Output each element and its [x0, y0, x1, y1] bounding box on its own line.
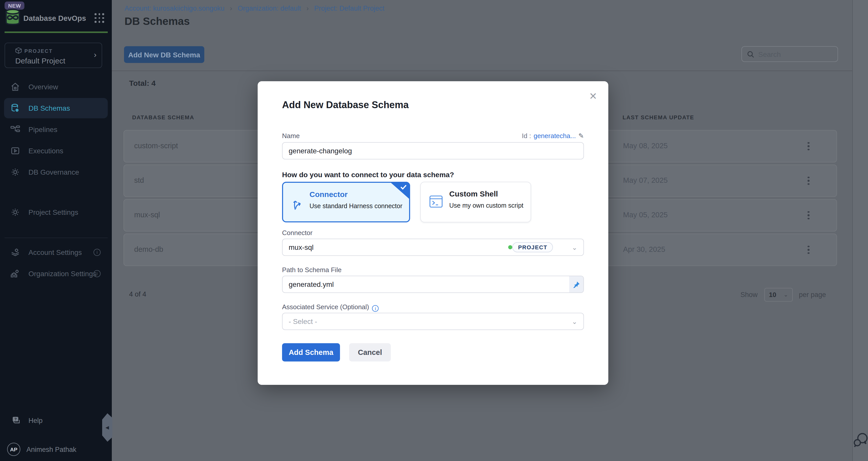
executions-icon — [10, 146, 20, 156]
selected-corner-ribbon — [390, 182, 410, 202]
page-size-value: 10 — [769, 291, 776, 299]
option-title: Custom Shell — [449, 189, 498, 198]
breadcrumb-separator-icon: › — [306, 5, 309, 12]
connector-arrows-icon — [291, 195, 304, 211]
sidebar-item-label: Executions — [28, 147, 63, 155]
help-chat-icon: ? — [11, 415, 21, 425]
search-input[interactable] — [758, 50, 829, 58]
option-desc: Use my own custom script — [449, 202, 523, 209]
help-button[interactable]: ? Help — [0, 411, 112, 430]
schema-name: custom-script — [134, 142, 178, 150]
breadcrumb-separator-icon: › — [230, 5, 232, 12]
screen: NEW Database DevOps PROJECT Default Proj… — [0, 0, 868, 461]
page-title: DB Schemas — [125, 15, 190, 27]
show-label: Show — [740, 291, 758, 299]
account-settings-icon — [10, 247, 20, 257]
id-label: Id : — [522, 132, 531, 140]
pipelines-icon — [10, 124, 20, 135]
schema-updated: May 07, 2025 — [623, 176, 668, 184]
row-menu-kebab-icon[interactable] — [803, 139, 814, 153]
breadcrumb-organization-link[interactable]: Organization: default — [238, 5, 301, 12]
add-schema-button[interactable]: Add Schema — [282, 343, 340, 361]
path-input[interactable] — [282, 276, 584, 293]
sidebar-item-project-settings[interactable]: Project Settings — [4, 202, 108, 222]
user-name: Animesh Pathak — [26, 446, 76, 453]
sidebar-item-label: DB Schemas — [28, 104, 70, 112]
sidebar-item-db-schemas[interactable]: DB Schemas — [4, 98, 108, 118]
sidebar-item-pipelines[interactable]: Pipelines — [4, 119, 108, 140]
support-chat-icon[interactable] — [852, 432, 868, 449]
sidebar-item-organization-settings[interactable]: Organization Settings i — [4, 264, 108, 284]
row-menu-kebab-icon[interactable] — [803, 174, 814, 188]
pagination-range: 4 of 4 — [129, 290, 146, 298]
sidebar-item-db-governance[interactable]: DB Governance — [4, 162, 108, 182]
id-value-link[interactable]: generatecha... — [534, 132, 576, 140]
project-label: PROJECT — [24, 48, 53, 54]
page-size-select[interactable]: 10 ⌄ — [764, 288, 793, 302]
pin-button[interactable] — [569, 276, 583, 292]
option-card-custom-shell[interactable]: Custom Shell Use my own custom script — [420, 182, 531, 222]
organization-settings-icon — [10, 269, 20, 279]
home-icon — [10, 82, 20, 92]
sidebar-item-label: Overview — [28, 83, 58, 91]
chevron-right-icon: › — [94, 50, 97, 59]
project-selector[interactable]: PROJECT Default Project › — [5, 43, 102, 68]
row-menu-kebab-icon[interactable] — [803, 243, 814, 257]
sidebar-item-label: Account Settings — [28, 248, 82, 256]
schema-updated: Apr 30, 2025 — [623, 245, 665, 253]
info-icon[interactable]: i — [94, 249, 101, 256]
total-count: Total: 4 — [129, 79, 156, 87]
cancel-button[interactable]: Cancel — [349, 343, 391, 361]
schema-updated: May 08, 2025 — [623, 142, 668, 150]
check-icon — [400, 185, 407, 190]
close-icon[interactable]: ✕ — [589, 90, 597, 102]
row-menu-kebab-icon[interactable] — [803, 208, 814, 222]
database-devops-logo-icon — [5, 9, 21, 25]
sidebar-item-account-settings[interactable]: Account Settings i — [4, 242, 108, 262]
service-label: Associated Service (Optional)i — [282, 303, 379, 312]
search-box — [741, 46, 838, 62]
entity-id-row: Id : generatecha... ✎ — [522, 132, 584, 140]
schema-name: demo-db — [134, 245, 163, 253]
name-label: Name — [282, 132, 300, 140]
app-title: Database DevOps — [23, 14, 86, 22]
info-icon[interactable]: i — [372, 305, 379, 312]
associated-service-select[interactable]: - Select - ⌄ — [282, 313, 584, 330]
option-card-connector[interactable]: Connector Use standard Harness connector — [282, 182, 410, 222]
collapse-arrow-icon: ◀ — [105, 425, 109, 430]
sidebar: NEW Database DevOps PROJECT Default Proj… — [0, 0, 112, 461]
sidebar-item-overview[interactable]: Overview — [4, 77, 108, 97]
name-input[interactable] — [282, 142, 584, 159]
add-schema-modal: ✕ Add New Database Schema Name Id : gene… — [258, 81, 608, 385]
module-grid-icon[interactable] — [95, 13, 105, 23]
edit-id-pencil-icon[interactable]: ✎ — [578, 132, 584, 140]
service-label-text: Associated Service (Optional) — [282, 303, 369, 311]
governance-gear-icon — [10, 167, 20, 177]
chevron-down-icon: ⌄ — [784, 291, 788, 298]
search-icon — [747, 51, 754, 58]
sidebar-item-label: DB Governance — [28, 168, 79, 176]
sidebar-item-label: Organization Settings — [28, 270, 97, 278]
right-utility-strip — [852, 0, 868, 461]
per-page-label: per page — [799, 291, 826, 299]
breadcrumb: Account: kurosakiichigo.songoku › Organi… — [125, 5, 384, 12]
db-schema-icon — [10, 103, 20, 113]
connector-label: Connector — [282, 229, 313, 237]
cube-icon — [15, 47, 22, 54]
option-title: Connector — [309, 190, 348, 199]
add-new-db-schema-button[interactable]: Add New DB Schema — [124, 46, 204, 63]
connector-status-dot — [508, 245, 512, 249]
column-header-last-schema-update: LAST SCHEMA UPDATE — [623, 114, 694, 120]
info-icon[interactable]: i — [94, 270, 101, 277]
path-label: Path to Schema File — [282, 266, 342, 274]
pin-icon — [572, 281, 580, 288]
sidebar-item-executions[interactable]: Executions — [4, 141, 108, 161]
schema-updated: May 05, 2025 — [623, 211, 668, 219]
breadcrumb-account-link[interactable]: Account: kurosakiichigo.songoku — [125, 5, 224, 12]
toolbar-divider — [112, 71, 852, 71]
brand-underline — [5, 31, 108, 33]
breadcrumb-project-link[interactable]: Project: Default Project — [314, 5, 384, 12]
connector-select[interactable]: mux-sql PROJECT ⌄ — [282, 239, 584, 256]
option-desc: Use standard Harness connector — [309, 203, 402, 210]
user-menu[interactable]: AP Animesh Pathak — [0, 441, 112, 458]
